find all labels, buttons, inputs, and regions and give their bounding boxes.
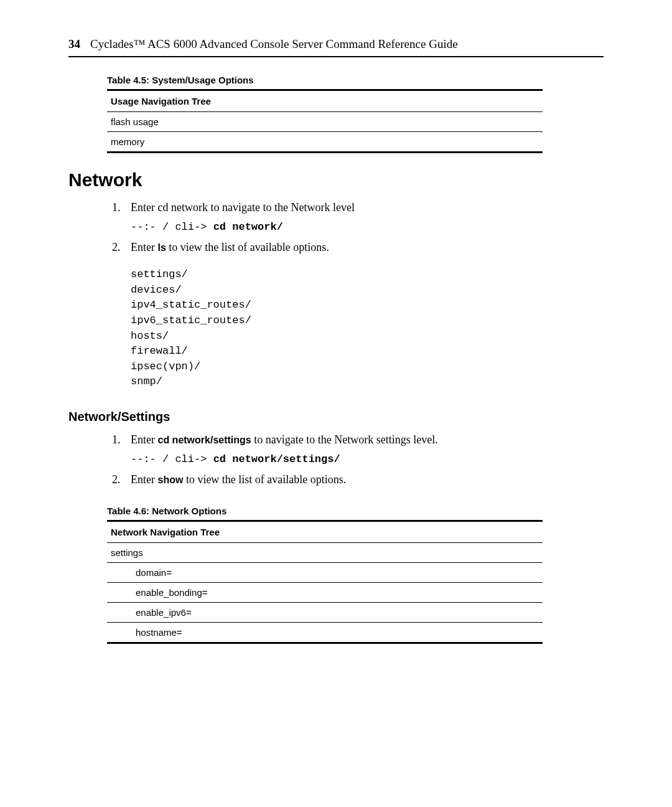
page-number: 34 bbox=[68, 37, 80, 51]
table-row: enable_ipv6= bbox=[107, 603, 543, 623]
table-cell: enable_ipv6= bbox=[107, 603, 543, 623]
table-45: Usage Navigation Tree flash usage memory bbox=[107, 89, 543, 153]
step-suffix: to navigate to the Network settings leve… bbox=[251, 433, 438, 446]
table-cell: hostname= bbox=[107, 623, 543, 643]
table-row: flash usage bbox=[107, 112, 543, 132]
step-item: Enter cd network/settings to navigate to… bbox=[112, 432, 604, 448]
section-network-heading: Network bbox=[68, 169, 604, 191]
code-prefix: --:- / cli-> bbox=[131, 221, 213, 233]
network-settings-steps: Enter cd network/settings to navigate to… bbox=[68, 432, 604, 448]
table-45-caption: Table 4.5: System/Usage Options bbox=[107, 75, 604, 85]
code-bold: cd network/ bbox=[213, 221, 283, 233]
header-rule bbox=[68, 56, 604, 57]
step-item: Enter cd network to navigate to the Netw… bbox=[112, 199, 604, 216]
inline-command: ls bbox=[157, 242, 166, 253]
table-row: memory bbox=[107, 132, 543, 153]
network-steps: Enter cd network to navigate to the Netw… bbox=[68, 199, 604, 216]
table-row: hostname= bbox=[107, 623, 543, 643]
table-cell: memory bbox=[107, 132, 543, 153]
table-46: Network Navigation Tree settings domain=… bbox=[107, 520, 543, 644]
step-text: Enter cd network to navigate to the Netw… bbox=[131, 201, 355, 214]
header-title: Cyclades™ ACS 6000 Advanced Console Serv… bbox=[90, 37, 458, 51]
subsection-network-settings-heading: Network/Settings bbox=[68, 410, 604, 424]
table-46-header: Network Navigation Tree bbox=[107, 521, 543, 543]
inline-command: show bbox=[157, 474, 183, 485]
step-item: Enter show to view the list of available… bbox=[112, 471, 604, 488]
step-prefix: Enter bbox=[131, 433, 157, 446]
table-cell: enable_bonding= bbox=[107, 583, 543, 603]
code-line: --:- / cli-> cd network/settings/ bbox=[131, 453, 604, 465]
page-header: 34 Cyclades™ ACS 6000 Advanced Console S… bbox=[68, 37, 604, 51]
table-cell: flash usage bbox=[107, 112, 543, 132]
table-cell: settings bbox=[107, 543, 543, 563]
table-45-header: Usage Navigation Tree bbox=[107, 90, 543, 112]
step-suffix: to view the list of available options. bbox=[183, 473, 346, 486]
network-settings-steps: Enter show to view the list of available… bbox=[68, 471, 604, 488]
code-block: settings/ devices/ ipv4_static_routes/ i… bbox=[131, 267, 604, 390]
step-item: Enter ls to view the list of available o… bbox=[112, 239, 604, 256]
step-suffix: to view the list of available options. bbox=[166, 241, 329, 253]
step-prefix: Enter bbox=[131, 473, 157, 486]
code-bold: cd network/settings/ bbox=[213, 453, 340, 465]
table-row: domain= bbox=[107, 563, 543, 583]
network-steps: Enter ls to view the list of available o… bbox=[68, 239, 604, 256]
table-row: settings bbox=[107, 543, 543, 563]
code-prefix: --:- / cli-> bbox=[131, 453, 213, 465]
table-46-caption: Table 4.6: Network Options bbox=[107, 506, 604, 516]
table-row: enable_bonding= bbox=[107, 583, 543, 603]
table-cell: domain= bbox=[107, 563, 543, 583]
code-line: --:- / cli-> cd network/ bbox=[131, 221, 604, 233]
step-prefix: Enter bbox=[131, 241, 157, 253]
inline-command: cd network/settings bbox=[157, 435, 251, 445]
